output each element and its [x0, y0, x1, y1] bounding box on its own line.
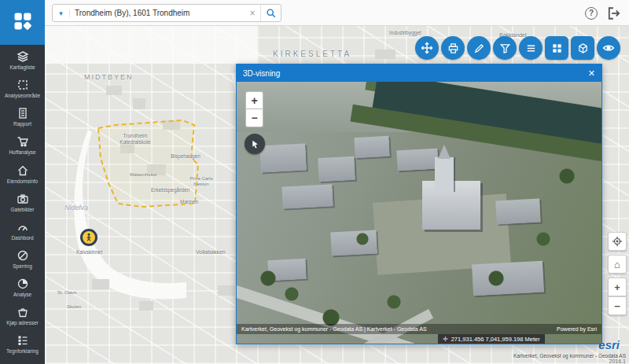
- cathedral-tower: [435, 157, 454, 192]
- map-block: [218, 285, 235, 296]
- map-block: [120, 144, 134, 153]
- 3d-scene[interactable]: + − Kartverket, Geovekst og kommuner - G…: [237, 82, 601, 344]
- map-block: [133, 98, 145, 109]
- scene-trees: [237, 82, 601, 344]
- map-label: Nidelva: [64, 204, 88, 211]
- sidebar-item-partial[interactable]: [0, 362, 45, 364]
- search-input[interactable]: [70, 9, 245, 17]
- pedestrian-icon: [84, 233, 94, 242]
- locate-button[interactable]: [608, 232, 627, 251]
- map-toolbar: [415, 36, 620, 60]
- map-label: Skolen: [67, 304, 81, 309]
- scene-building: [495, 199, 540, 225]
- pencil-icon: [473, 42, 485, 54]
- search-box: ▾ ×: [52, 4, 281, 22]
- list-icon: [525, 42, 537, 54]
- logo-icon: [12, 10, 34, 35]
- sidebar-item-sperring[interactable]: Sperring: [0, 248, 45, 270]
- cube-3d-icon: [577, 42, 589, 54]
- 3d-coordinates-readout: ✛ 271,931.456 7,041,959.198 Meter: [438, 334, 545, 344]
- sidebar-item-label: Huffanalyse: [9, 149, 35, 155]
- logout-button[interactable]: [607, 6, 621, 20]
- sidebar-item-label: Kartlagliste: [9, 64, 35, 70]
- search-icon: [266, 8, 276, 18]
- legend-icon: [17, 334, 29, 347]
- sidebar: Kartlagliste Analyseområde Rapport Huffa…: [0, 0, 45, 364]
- visibility-tool-button[interactable]: [597, 36, 620, 60]
- 3d-tool-button[interactable]: [571, 36, 594, 60]
- 3d-attribution-bar: Kartverket, Geovekst og kommuner - Geoda…: [237, 324, 601, 334]
- print-tool-button[interactable]: [441, 36, 465, 60]
- map-label: Prins Carls bastion: [185, 176, 218, 187]
- scene-far-city: [237, 82, 601, 132]
- clear-search-icon[interactable]: ×: [245, 8, 260, 19]
- 3d-zoom-out-button[interactable]: −: [245, 109, 263, 127]
- map-label: Bispehaugen: [171, 153, 200, 159]
- sidebar-menu: Kartlagliste Analyseområde Rapport Huffa…: [0, 49, 45, 364]
- scene-plaza: [373, 193, 511, 275]
- eye-icon: [602, 42, 615, 54]
- coordinates-value: 271,931.456 7,041,959.198 Meter: [451, 336, 540, 343]
- map-canvas[interactable]: KIRKESLETTA MIDTBYEN Bakklandet Industri…: [45, 26, 629, 364]
- map-label: Marinen: [180, 199, 198, 204]
- map-attribution: Kartverket, Geovekst og kommuner - Geoda…: [513, 353, 626, 358]
- home-extent-button[interactable]: ⌂: [608, 255, 627, 274]
- pan-tool-button[interactable]: [415, 36, 439, 60]
- sidebar-item-kartlagliste[interactable]: Kartlagliste: [0, 49, 45, 72]
- report-icon: [17, 107, 29, 119]
- map-block: [147, 164, 166, 175]
- cursor-arrow-icon: [250, 139, 260, 149]
- funnel-icon: [499, 42, 511, 54]
- close-icon[interactable]: ✕: [588, 69, 595, 78]
- logout-icon: [607, 6, 621, 20]
- topbar: ▾ × ?: [45, 0, 629, 26]
- map-label: Waisenhuset: [130, 172, 156, 177]
- map-block: [106, 86, 122, 95]
- zoom-out-button[interactable]: −: [608, 296, 627, 315]
- scene-building: [354, 136, 389, 158]
- 3d-rotate-button[interactable]: [245, 134, 265, 154]
- sidebar-item-dashbord[interactable]: Dashbord: [0, 219, 45, 242]
- scene-building: [259, 144, 307, 173]
- app-version: 2016.1: [609, 358, 626, 364]
- sidebar-item-label: Sperring: [13, 263, 32, 269]
- streetview-marker[interactable]: [80, 229, 97, 246]
- sidebar-item-label: Tegnforklaring: [6, 348, 39, 354]
- sidebar-item-kjop-adresser[interactable]: Kjøp adresser: [0, 304, 45, 327]
- app-window: Kartlagliste Analyseområde Rapport Huffa…: [0, 0, 629, 364]
- scene-building: [267, 259, 306, 281]
- sidebar-item-tegnforklaring[interactable]: Tegnforklaring: [0, 333, 45, 355]
- pie-icon: [17, 278, 29, 290]
- camera-icon: [17, 193, 29, 205]
- 3d-attribution-text: Kartverket, Geovekst og kommuner - Geoda…: [241, 326, 427, 332]
- cathedral-spire: [438, 145, 451, 159]
- sidebar-item-gatebilder[interactable]: Gatebilder: [0, 191, 45, 214]
- search-dropdown-caret[interactable]: ▾: [53, 9, 70, 17]
- powered-by-esri[interactable]: Powered by Esri: [557, 326, 597, 332]
- 3d-panel-title: 3D-visning: [243, 69, 280, 78]
- sidebar-item-analyse[interactable]: Analyse: [0, 276, 45, 299]
- zoom-in-button[interactable]: +: [608, 278, 627, 296]
- help-button[interactable]: ?: [585, 7, 598, 20]
- draw-tool-button[interactable]: [467, 36, 491, 60]
- map-label: Kalvskinnet: [76, 249, 102, 255]
- map-block: [163, 120, 180, 130]
- analysis-area-icon: [17, 79, 29, 91]
- map-label: Vollabakken: [196, 249, 226, 255]
- scene-riverbank: [350, 105, 601, 164]
- grid-tool-button[interactable]: [545, 36, 568, 60]
- pan-icon: [421, 42, 433, 54]
- sidebar-item-analyseomrade[interactable]: Analyseområde: [0, 77, 45, 100]
- 3d-zoom-in-button[interactable]: +: [245, 91, 263, 109]
- print-icon: [447, 42, 459, 54]
- search-button[interactable]: [260, 5, 281, 21]
- list-tool-button[interactable]: [519, 36, 543, 60]
- 3d-panel-header[interactable]: 3D-visning ✕: [237, 64, 601, 82]
- sidebar-item-huffanalyse[interactable]: Huffanalyse: [0, 134, 45, 156]
- sidebar-item-label: Kjøp adresser: [6, 320, 38, 325]
- sidebar-item-rapport[interactable]: Rapport: [0, 105, 45, 128]
- sidebar-item-eiendomsinfo[interactable]: Eiendomsinfo: [0, 163, 45, 186]
- map-block: [139, 301, 153, 311]
- filter-tool-button[interactable]: [493, 36, 517, 60]
- app-logo[interactable]: [0, 0, 45, 45]
